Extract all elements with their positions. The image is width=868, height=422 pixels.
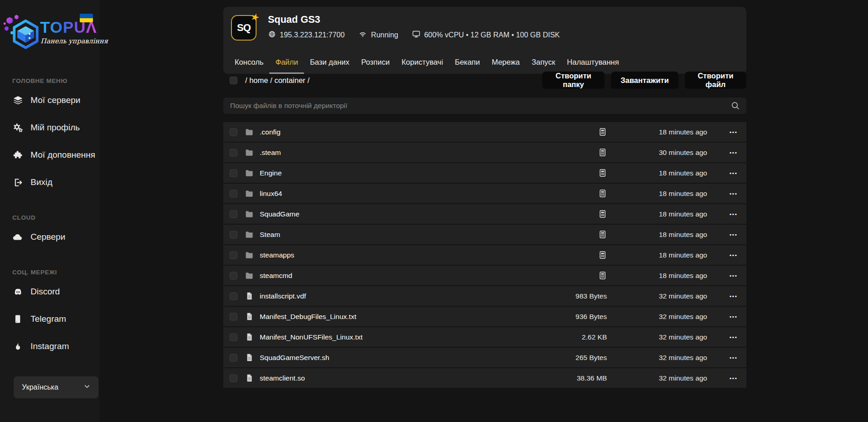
calculate-size-button[interactable] [598, 169, 607, 178]
sidebar-item-telegram[interactable]: Telegram [0, 305, 99, 333]
row-checkbox[interactable] [230, 333, 237, 341]
row-menu-button[interactable]: ••• [728, 191, 740, 196]
file-row[interactable]: SquadGame18 minutes ago••• [223, 204, 746, 224]
file-row[interactable]: Engine18 minutes ago••• [223, 163, 746, 183]
search-input[interactable] [223, 98, 746, 114]
instagram-icon [12, 341, 23, 352]
file-row[interactable]: installscript.vdf983 Bytes32 minutes ago… [223, 286, 746, 306]
sidebar-item-discord[interactable]: Discord [0, 278, 99, 305]
file-size: 936 Bytes [575, 313, 607, 321]
row-checkbox[interactable] [230, 292, 237, 300]
discord-icon [12, 286, 23, 297]
row-menu-button[interactable]: ••• [728, 293, 740, 299]
sidebar-item-logout[interactable]: Вихід [0, 169, 99, 196]
file-name[interactable]: Steam [260, 231, 280, 239]
tab-users[interactable]: Користувачі [395, 53, 449, 74]
tab-startup[interactable]: Запуск [526, 53, 561, 74]
file-name[interactable]: steamclient.so [260, 374, 305, 382]
row-menu-button[interactable]: ••• [728, 129, 740, 135]
row-menu-button[interactable]: ••• [728, 150, 740, 155]
row-checkbox[interactable] [230, 251, 237, 259]
file-row[interactable]: steamcmd18 minutes ago••• [223, 266, 746, 285]
search-icon[interactable] [730, 101, 740, 112]
file-row[interactable]: linux6418 minutes ago••• [223, 184, 746, 203]
sidebar-item-my-profile[interactable]: Мій профіль [0, 114, 99, 141]
file-name[interactable]: installscript.vdf [260, 292, 306, 300]
file-time: 18 minutes ago [659, 210, 707, 218]
row-checkbox[interactable] [230, 354, 237, 361]
row-checkbox[interactable] [230, 169, 237, 177]
create-folder-button[interactable]: Створити папку [542, 72, 605, 89]
tab-network[interactable]: Мережа [486, 53, 526, 74]
tab-schedules[interactable]: Розписи [355, 53, 395, 74]
calculate-size-button[interactable] [598, 148, 607, 157]
file-name[interactable]: Manifest_DebugFiles_Linux.txt [260, 313, 356, 321]
file-time: 30 minutes ago [659, 149, 707, 157]
folder-icon [244, 148, 254, 158]
row-checkbox[interactable] [230, 313, 237, 320]
file-name[interactable]: .config [260, 128, 281, 136]
row-menu-button[interactable]: ••• [728, 355, 740, 360]
sidebar-item-my-servers[interactable]: Мої сервери [0, 87, 99, 114]
file-name[interactable]: Engine [260, 169, 282, 177]
row-checkbox[interactable] [230, 272, 237, 279]
tab-backups[interactable]: Бекапи [449, 53, 486, 74]
file-name[interactable]: SquadGame [260, 210, 299, 218]
file-row[interactable]: steamclient.so38.36 MB32 minutes ago••• [223, 368, 746, 388]
row-menu-button[interactable]: ••• [728, 211, 740, 217]
file-row[interactable]: Steam18 minutes ago••• [223, 225, 746, 244]
breadcrumb[interactable]: / home / container / [245, 76, 309, 85]
language-select[interactable]: Українська [14, 376, 98, 398]
sidebar-item-my-addons[interactable]: Мої доповнення [0, 141, 99, 169]
file-name[interactable]: .steam [260, 149, 281, 157]
file-row[interactable]: .steam30 minutes ago••• [223, 143, 746, 162]
row-menu-button[interactable]: ••• [728, 252, 740, 258]
row-checkbox[interactable] [230, 190, 237, 197]
tab-settings[interactable]: Налаштування [561, 53, 625, 74]
row-checkbox[interactable] [230, 374, 237, 382]
file-time: 18 minutes ago [659, 128, 707, 136]
file-actions: Створити папкуЗавантажитиСтворити файл [542, 72, 746, 89]
row-checkbox[interactable] [230, 149, 237, 156]
row-checkbox[interactable] [230, 128, 237, 136]
file-row[interactable]: Manifest_DebugFiles_Linux.txt936 Bytes32… [223, 307, 746, 326]
row-checkbox[interactable] [230, 231, 237, 238]
tab-console[interactable]: Консоль [229, 53, 269, 74]
calculate-size-button[interactable] [598, 189, 607, 198]
calculate-size-button[interactable] [598, 230, 607, 239]
row-menu-button[interactable]: ••• [728, 376, 740, 381]
file-name[interactable]: Manifest_NonUFSFiles_Linux.txt [260, 333, 363, 341]
row-menu-button[interactable]: ••• [728, 273, 740, 278]
server-tabs: КонсольФайлиБази данихРозписиКористувачі… [229, 53, 625, 74]
upload-button[interactable]: Завантажити [611, 72, 678, 89]
select-all-checkbox[interactable] [230, 77, 237, 84]
row-menu-button[interactable]: ••• [728, 314, 740, 319]
cloud-icon [12, 232, 23, 242]
row-checkbox[interactable] [230, 210, 237, 218]
calculator-icon [598, 230, 607, 239]
tab-databases[interactable]: Бази даних [304, 53, 355, 74]
sidebar-item-instagram[interactable]: Instagram [0, 333, 99, 360]
create-file-button[interactable]: Створити файл [685, 72, 746, 89]
calculator-icon [598, 189, 607, 198]
file-name[interactable]: steamcmd [260, 272, 293, 280]
row-menu-button[interactable]: ••• [728, 335, 740, 340]
file-row[interactable]: steamapps18 minutes ago••• [223, 245, 746, 265]
file-name[interactable]: linux64 [260, 190, 282, 198]
file-row[interactable]: .config18 minutes ago••• [223, 122, 746, 142]
file-name[interactable]: SquadGameServer.sh [260, 354, 329, 362]
calculate-size-button[interactable] [598, 210, 607, 219]
folder-icon [244, 189, 254, 199]
row-menu-button[interactable]: ••• [728, 232, 740, 237]
server-badge-text: SQ [237, 22, 251, 34]
calculate-size-button[interactable] [598, 128, 607, 137]
calculate-size-button[interactable] [598, 251, 607, 260]
row-menu-button[interactable]: ••• [728, 170, 740, 176]
sidebar-item-cloud-servers[interactable]: Сервери [0, 223, 99, 251]
brand-logo[interactable]: TOPUΛ Панель управління [0, 0, 99, 68]
file-row[interactable]: SquadGameServer.sh265 Bytes32 minutes ag… [223, 348, 746, 367]
tab-files[interactable]: Файли [269, 53, 304, 74]
file-name[interactable]: steamapps [260, 251, 294, 259]
calculate-size-button[interactable] [598, 271, 607, 280]
file-row[interactable]: Manifest_NonUFSFiles_Linux.txt2.62 KB32 … [223, 327, 746, 347]
